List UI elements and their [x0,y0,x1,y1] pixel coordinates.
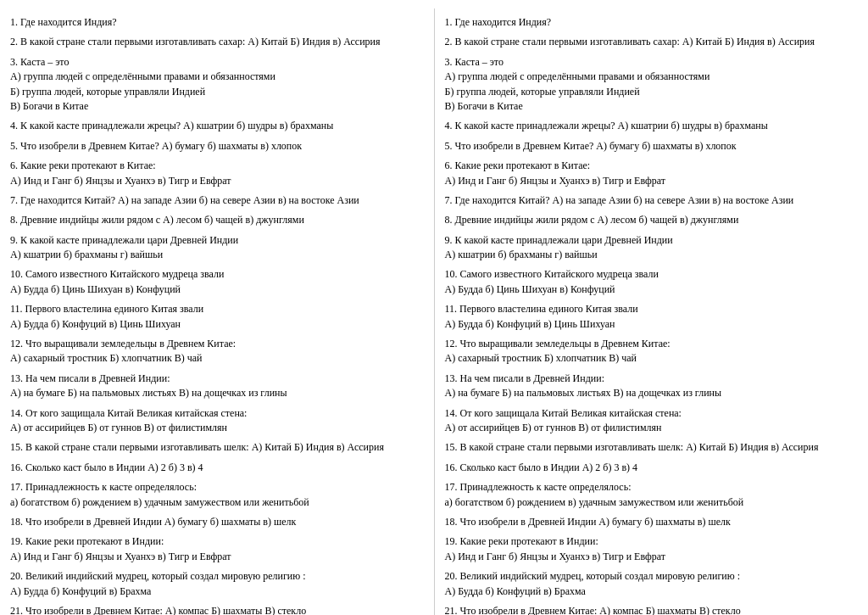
question-text: 19. Какие реки протекают в Индии: [10,534,424,549]
question-block: 9. К какой касте принадлежали цари Древн… [445,233,859,263]
question-text: 20. Великий индийский мудрец, который со… [10,569,424,584]
question-text: Б) группа людей, которые управляли Индие… [445,85,859,99]
question-block: 4. К какой касте принадлежали жрецы? А) … [445,119,859,133]
question-text: В) Богачи в Китае [10,99,424,114]
question-block: 8. Древние индийцы жили рядом с А) лесом… [445,213,859,227]
question-text: А) кшатрии б) брахманы г) вайшьи [445,248,859,262]
question-text: 2. В какой стране стали первыми изготавл… [10,35,424,49]
question-block: 2. В какой стране стали первыми изготавл… [10,35,424,49]
question-text: 9. К какой касте принадлежали цари Древн… [10,233,424,248]
question-block: 21. Что изобрели в Древнем Китае: А) ком… [10,604,424,615]
question-text: А) на бумаге Б) на пальмовых листьях В) … [10,386,424,400]
question-text: 10. Самого известного Китайского мудреца… [445,267,859,282]
question-text: 9. К какой касте принадлежали цари Древн… [445,233,859,248]
question-text: 15. В какой стране стали первыми изготав… [445,440,859,455]
question-text: 18. Что изобрели в Древней Индии А) бума… [445,515,859,529]
question-block: 9. К какой касте принадлежали цари Древн… [10,233,424,263]
left-column: 1. Где находится Индия?2. В какой стране… [0,8,435,615]
question-text: 19. Какие реки протекают в Индии: [445,534,859,549]
question-block: 12. Что выращивали земледельцы в Древнем… [10,337,424,366]
question-text: 14. От кого защищала Китай Великая китай… [445,406,859,421]
question-text: А) группа людей с определёнными правами … [445,70,859,84]
question-text: 16. Сколько каст было в Индии А) 2 б) 3 … [10,461,424,475]
question-block: 15. В какой стране стали первыми изготав… [445,440,859,455]
question-block: 7. Где находится Китай? А) на западе Ази… [445,193,859,208]
question-block: 16. Сколько каст было в Индии А) 2 б) 3 … [445,461,859,475]
page-container: 1. Где находится Индия?2. В какой стране… [0,8,868,615]
question-block: 4. К какой касте принадлежали жрецы? А) … [10,119,424,133]
question-text: В) Богачи в Китае [445,99,859,114]
question-block: 18. Что изобрели в Древней Индии А) бума… [445,515,859,529]
question-text: 18. Что изобрели в Древней Индии А) бума… [10,515,424,529]
question-text: а) богатством б) рождением в) удачным за… [10,495,424,510]
question-text: А) кшатрии б) брахманы г) вайшьи [10,248,424,262]
question-text: 15. В какой стране стали первыми изготав… [10,440,424,455]
question-text: А) Инд и Ганг б) Янцзы и Хуанхэ в) Тигр … [445,550,859,564]
question-text: А) Будда б) Конфуций в) Цинь Шихуан [10,317,424,332]
question-block: 18. Что изобрели в Древней Индии А) бума… [10,515,424,529]
question-text: 7. Где находится Китай? А) на западе Ази… [10,193,424,208]
question-block: 7. Где находится Китай? А) на западе Ази… [10,193,424,208]
question-text: А) Инд и Ганг б) Янцзы и Хуанхэ в) Тигр … [10,174,424,188]
question-block: 13. На чем писали в Древней Индии:А) на … [445,372,859,401]
question-text: А) Будда б) Конфуций в) Брахма [10,584,424,599]
question-block: 8. Древние индийцы жили рядом с А) лесом… [10,213,424,227]
question-block: 3. Каста – этоА) группа людей с определё… [445,55,859,115]
question-block: 10. Самого известного Китайского мудреца… [10,267,424,297]
question-block: 14. От кого защищала Китай Великая китай… [10,406,424,436]
question-text: А) сахарный тростник Б) хлопчатник В) ча… [445,351,859,366]
question-text: 13. На чем писали в Древней Индии: [10,372,424,386]
question-text: 11. Первого властелина единого Китая зва… [10,302,424,316]
question-text: 13. На чем писали в Древней Индии: [445,372,859,386]
question-text: А) от ассирийцев Б) от гуннов В) от фили… [445,421,859,435]
question-block: 19. Какие реки протекают в Индии:А) Инд … [445,534,859,564]
question-block: 21. Что изобрели в Древнем Китае: А) ком… [445,604,859,615]
question-block: 12. Что выращивали земледельцы в Древнем… [445,337,859,366]
question-text: А) сахарный тростник Б) хлопчатник В) ча… [10,351,424,366]
question-block: 17. Принадлежность к касте определялось:… [445,480,859,510]
question-text: А) на бумаге Б) на пальмовых листьях В) … [445,386,859,400]
question-text: 6. Какие реки протекают в Китае: [445,159,859,173]
right-column: 1. Где находится Индия?2. В какой стране… [435,8,869,615]
question-text: А) Будда б) Цинь Шихуан в) Конфуций [10,282,424,297]
question-text: 3. Каста – это [445,55,859,70]
question-text: 5. Что изобрели в Древнем Китае? А) бума… [445,139,859,154]
question-block: 5. Что изобрели в Древнем Китае? А) бума… [445,139,859,154]
question-text: Б) группа людей, которые управляли Индие… [10,85,424,99]
question-text: А) Будда б) Цинь Шихуан в) Конфуций [445,282,859,297]
question-text: 7. Где находится Китай? А) на западе Ази… [445,193,859,208]
question-block: 19. Какие реки протекают в Индии:А) Инд … [10,534,424,564]
question-text: 17. Принадлежность к касте определялось: [445,480,859,495]
question-block: 20. Великий индийский мудрец, который со… [10,569,424,599]
question-text: 12. Что выращивали земледельцы в Древнем… [445,337,859,351]
question-text: А) Будда б) Конфуций в) Брахма [445,584,859,599]
question-text: 8. Древние индийцы жили рядом с А) лесом… [445,213,859,227]
question-text: 17. Принадлежность к касте определялось: [10,480,424,495]
question-block: 15. В какой стране стали первыми изготав… [10,440,424,455]
question-block: 5. Что изобрели в Древнем Китае? А) бума… [10,139,424,154]
question-block: 3. Каста – этоА) группа людей с определё… [10,55,424,115]
question-text: А) Инд и Ганг б) Янцзы и Хуанхэ в) Тигр … [445,174,859,188]
question-text: 6. Какие реки протекают в Китае: [10,159,424,173]
question-text: 5. Что изобрели в Древнем Китае? А) бума… [10,139,424,154]
question-text: 8. Древние индийцы жили рядом с А) лесом… [10,213,424,227]
question-block: 1. Где находится Индия? [10,15,424,30]
question-text: 12. Что выращивали земледельцы в Древнем… [10,337,424,351]
question-text: 20. Великий индийский мудрец, который со… [445,569,859,584]
question-block: 11. Первого властелина единого Китая зва… [445,302,859,332]
question-text: 3. Каста – это [10,55,424,70]
question-text: 11. Первого властелина единого Китая зва… [445,302,859,316]
question-text: 21. Что изобрели в Древнем Китае: А) ком… [445,604,859,615]
question-block: 20. Великий индийский мудрец, который со… [445,569,859,599]
question-text: 21. Что изобрели в Древнем Китае: А) ком… [10,604,424,615]
question-text: 4. К какой касте принадлежали жрецы? А) … [10,119,424,133]
question-text: а) богатством б) рождением в) удачным за… [445,495,859,510]
question-text: 4. К какой касте принадлежали жрецы? А) … [445,119,859,133]
question-block: 6. Какие реки протекают в Китае:А) Инд и… [10,159,424,188]
question-block: 11. Первого властелина единого Китая зва… [10,302,424,332]
question-block: 13. На чем писали в Древней Индии:А) на … [10,372,424,401]
question-text: 10. Самого известного Китайского мудреца… [10,267,424,282]
question-block: 17. Принадлежность к касте определялось:… [10,480,424,510]
question-block: 2. В какой стране стали первыми изготавл… [445,35,859,49]
question-text: 14. От кого защищала Китай Великая китай… [10,406,424,421]
